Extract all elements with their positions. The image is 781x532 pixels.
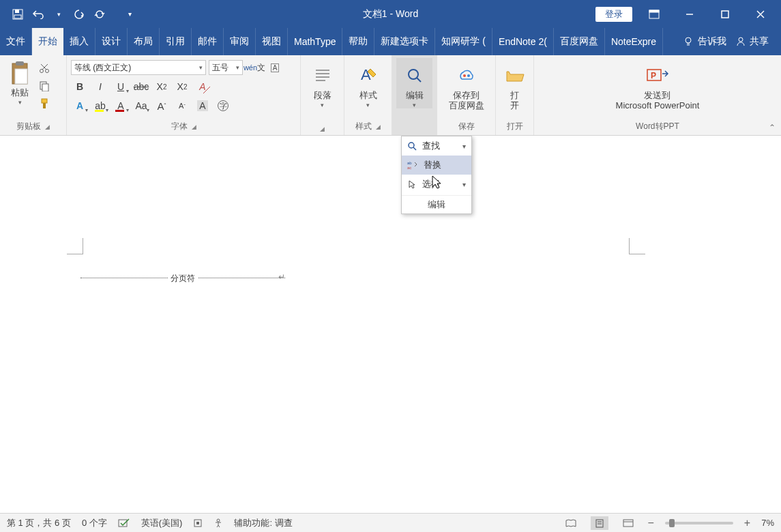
subscript-button[interactable]: X2 bbox=[153, 78, 171, 95]
svg-rect-4 bbox=[649, 10, 659, 12]
group-edit: 编辑 ▾ bbox=[392, 55, 437, 135]
tab-mathtype[interactable]: MathType bbox=[288, 28, 342, 55]
status-accessibility[interactable]: 辅助功能: 调查 bbox=[234, 517, 292, 529]
print-layout-icon[interactable] bbox=[591, 516, 608, 530]
maximize-icon[interactable] bbox=[711, 5, 739, 24]
underline-button[interactable]: U▾ bbox=[112, 78, 130, 95]
menu-item-find[interactable]: 查找 ▾ bbox=[402, 136, 471, 156]
margin-marker-tr bbox=[629, 238, 645, 254]
svg-rect-15 bbox=[15, 69, 27, 84]
phonetic-guide-icon[interactable]: wén文 bbox=[246, 59, 263, 76]
grow-font-button[interactable]: Aˆ bbox=[153, 98, 171, 114]
status-language[interactable]: 英语(美国) bbox=[141, 517, 183, 529]
search-icon bbox=[407, 141, 417, 151]
tab-layout[interactable]: 布局 bbox=[128, 28, 160, 55]
tab-cnki[interactable]: 知网研学 ( bbox=[435, 28, 492, 55]
document-area[interactable]: 查找 ▾ abac 替换 选择 ▾ 编辑 分页符 ↵ bbox=[0, 136, 781, 513]
tab-view[interactable]: 视图 bbox=[256, 28, 288, 55]
send-to-powerpoint-button[interactable]: P 发送到Microsoft PowerPoint bbox=[596, 58, 719, 111]
status-page[interactable]: 第 1 页，共 6 页 bbox=[7, 517, 71, 529]
superscript-button[interactable]: X2 bbox=[173, 78, 191, 95]
ribbon: 粘贴 ▾ 剪贴板◢ 等线 (西文正文)▾ 五号▾ wén文 A B I U▾ bbox=[0, 55, 781, 136]
tab-file[interactable]: 文件 bbox=[0, 28, 32, 55]
tab-endnote[interactable]: EndNote 2( bbox=[492, 28, 554, 55]
italic-button[interactable]: I bbox=[91, 78, 109, 95]
sync-icon[interactable] bbox=[91, 6, 108, 23]
qat-customize-icon[interactable]: ▾ bbox=[121, 6, 138, 23]
powerpoint-icon: P bbox=[646, 62, 669, 89]
redo-icon[interactable] bbox=[71, 6, 87, 23]
margin-marker-tl bbox=[67, 238, 83, 254]
clear-format-icon[interactable]: A bbox=[194, 78, 211, 95]
read-mode-icon[interactable] bbox=[562, 516, 580, 530]
tab-baidudisk[interactable]: 百度网盘 bbox=[554, 28, 605, 55]
paragraph-button[interactable]: 段落 ▾ bbox=[305, 58, 340, 108]
font-launcher-icon[interactable]: ◢ bbox=[192, 123, 196, 130]
group-font: 等线 (西文正文)▾ 五号▾ wén文 A B I U▾ abc X2 X2 A… bbox=[67, 55, 301, 135]
tab-home[interactable]: 开始 bbox=[32, 28, 63, 55]
page-break-indicator: 分页符 bbox=[80, 278, 285, 290]
styles-button[interactable]: A 样式 ▾ bbox=[349, 58, 387, 108]
svg-point-12 bbox=[739, 38, 743, 42]
character-border-icon[interactable]: A bbox=[266, 59, 284, 76]
tell-me-search[interactable]: 告诉我 bbox=[683, 35, 726, 48]
enclose-char-icon[interactable]: 字 bbox=[214, 98, 232, 114]
text-effects-button[interactable]: A▾ bbox=[71, 98, 89, 114]
save-to-baidu-button[interactable]: 保存到百度网盘 bbox=[441, 58, 491, 111]
edit-button[interactable]: 编辑 ▾ bbox=[396, 58, 432, 108]
save-icon[interactable] bbox=[10, 6, 26, 23]
tab-design[interactable]: 设计 bbox=[95, 28, 128, 55]
ribbon-display-options-icon[interactable] bbox=[640, 5, 668, 24]
paragraph-launcher-icon[interactable]: ◢ bbox=[320, 125, 325, 132]
undo-dropdown-icon[interactable]: ▾ bbox=[50, 6, 67, 23]
strike-button[interactable]: abc bbox=[132, 78, 150, 95]
baidu-cloud-icon bbox=[456, 62, 477, 89]
tab-newtab[interactable]: 新建选项卡 bbox=[374, 28, 435, 55]
person-icon bbox=[736, 37, 746, 46]
styles-group-label: 样式 bbox=[355, 121, 372, 132]
share-button[interactable]: 共享 bbox=[736, 35, 769, 48]
tab-insert[interactable]: 插入 bbox=[63, 28, 95, 55]
zoom-out-button[interactable]: − bbox=[648, 517, 654, 529]
collapse-ribbon-icon[interactable]: ⌃ bbox=[769, 123, 776, 132]
highlight-button[interactable]: ab▾ bbox=[91, 98, 109, 114]
login-button[interactable]: 登录 bbox=[595, 7, 632, 22]
bold-button[interactable]: B bbox=[71, 78, 89, 95]
zoom-in-button[interactable]: + bbox=[744, 517, 750, 529]
group-save-baidu: 保存到百度网盘 保存 bbox=[437, 55, 496, 135]
tab-noteexpress[interactable]: NoteExpre bbox=[605, 28, 663, 55]
cut-icon[interactable] bbox=[38, 62, 50, 74]
font-size-combo[interactable]: 五号▾ bbox=[209, 60, 243, 75]
status-word-count[interactable]: 0 个字 bbox=[82, 517, 107, 529]
group-clipboard: 粘贴 ▾ 剪贴板◢ bbox=[0, 55, 67, 135]
tab-review[interactable]: 审阅 bbox=[224, 28, 256, 55]
title-bar: ▾ ▾ 文档1 - Word 登录 bbox=[0, 0, 781, 28]
spellcheck-icon[interactable] bbox=[118, 518, 130, 528]
font-name-combo[interactable]: 等线 (西文正文)▾ bbox=[71, 60, 206, 75]
macro-record-icon[interactable] bbox=[193, 518, 203, 528]
ribbon-tabs: 文件 开始 插入 设计 布局 引用 邮件 审阅 视图 MathType 帮助 新… bbox=[0, 28, 781, 55]
web-layout-icon[interactable] bbox=[619, 516, 637, 530]
format-painter-icon[interactable] bbox=[38, 98, 50, 110]
paste-button[interactable]: 粘贴 ▾ bbox=[4, 58, 35, 106]
zoom-slider[interactable] bbox=[665, 522, 733, 524]
accessibility-icon[interactable] bbox=[213, 518, 223, 528]
change-case-button[interactable]: Aa▾ bbox=[132, 98, 150, 114]
shrink-font-button[interactable]: Aˇ bbox=[173, 98, 191, 114]
minimize-icon[interactable] bbox=[676, 5, 703, 24]
styles-launcher-icon[interactable]: ◢ bbox=[376, 123, 381, 130]
tab-mailings[interactable]: 邮件 bbox=[192, 28, 224, 55]
character-shading-icon[interactable]: A bbox=[194, 98, 211, 114]
copy-icon[interactable] bbox=[38, 80, 50, 92]
zoom-level[interactable]: 7% bbox=[761, 518, 774, 528]
menu-item-replace[interactable]: abac 替换 bbox=[402, 156, 471, 175]
tab-help[interactable]: 帮助 bbox=[342, 28, 374, 55]
clipboard-launcher-icon[interactable]: ◢ bbox=[45, 123, 50, 130]
tab-references[interactable]: 引用 bbox=[160, 28, 192, 55]
font-color-button[interactable]: A▾ bbox=[112, 98, 130, 114]
open-group-label: 打开 bbox=[507, 121, 523, 132]
open-button[interactable]: 打开 bbox=[500, 58, 529, 111]
svg-rect-44 bbox=[196, 522, 199, 524]
undo-icon[interactable] bbox=[30, 6, 46, 23]
close-icon[interactable] bbox=[747, 5, 774, 24]
